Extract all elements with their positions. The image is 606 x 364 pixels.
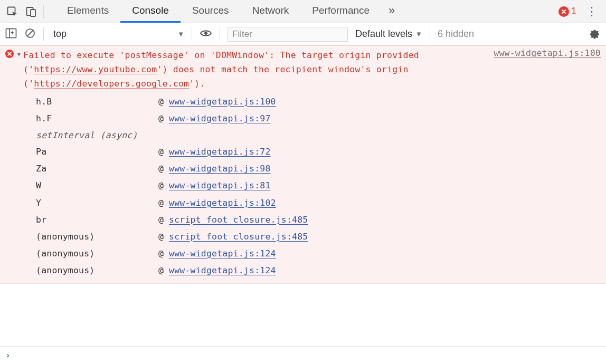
tabs-overflow-button[interactable]: »	[381, 0, 402, 23]
error-count-badge[interactable]: 1	[558, 6, 576, 17]
stack-source-link[interactable]: www-widgetapi.js:100	[169, 93, 601, 110]
stack-function: (anonymous)	[36, 262, 158, 279]
stack-at: @	[158, 228, 169, 245]
toggle-console-sidebar-icon[interactable]	[5, 28, 17, 41]
stack-source-link[interactable]: www-widgetapi.js:98	[169, 160, 601, 177]
stack-source-link[interactable]: www-widgetapi.js:124	[169, 262, 601, 279]
stack-function: Pa	[36, 143, 158, 160]
console-output: ▼ Failed to execute 'postMessage' on 'DO…	[0, 45, 606, 346]
stack-function: (anonymous)	[36, 245, 158, 262]
tab-network[interactable]: Network	[241, 0, 301, 23]
stack-function: (anonymous)	[36, 228, 158, 245]
stack-source-link[interactable]: script_foot_closure.js:485	[169, 228, 601, 245]
stack-at: @	[158, 245, 169, 262]
stack-frame: h.B@www-widgetapi.js:100	[36, 93, 601, 110]
stack-frame: W@www-widgetapi.js:81	[36, 177, 601, 194]
tab-performance[interactable]: Performance	[300, 0, 381, 23]
stack-frame: Pa@www-widgetapi.js:72	[36, 143, 601, 160]
stack-function: h.B	[36, 93, 158, 110]
stack-function: h.F	[36, 110, 158, 127]
chevron-down-icon: ▼	[415, 30, 422, 38]
error-count: 1	[571, 6, 576, 17]
separator	[43, 27, 44, 41]
stack-source-link[interactable]: www-widgetapi.js:81	[169, 177, 601, 194]
tab-label: Sources	[192, 5, 229, 16]
stack-trace: h.B@www-widgetapi.js:100h.F@www-widgetap…	[5, 91, 601, 280]
async-boundary-label: setInterval (async)	[36, 127, 601, 143]
separator	[43, 5, 44, 18]
error-icon	[558, 6, 569, 17]
tab-sources[interactable]: Sources	[181, 0, 241, 23]
stack-function: Za	[36, 160, 158, 177]
stack-function: Y	[36, 195, 158, 212]
log-levels-select[interactable]: Default levels ▼	[355, 28, 422, 40]
stack-source-link[interactable]: www-widgetapi.js:102	[169, 195, 601, 212]
tab-label: Elements	[67, 5, 109, 16]
stack-frame: br@script_foot_closure.js:485	[36, 212, 601, 228]
svg-rect-3	[6, 28, 16, 37]
stack-source-link[interactable]: www-widgetapi.js:72	[169, 143, 601, 160]
stack-frame: (anonymous)@www-widgetapi.js:124	[36, 245, 601, 262]
stack-source-link[interactable]: script_foot_closure.js:485	[169, 212, 601, 228]
tab-label: Network	[252, 5, 289, 16]
inspect-element-icon[interactable]	[4, 4, 20, 20]
msg-url: https://developers.google.com	[34, 79, 189, 89]
stack-at: @	[158, 195, 169, 212]
error-message: Failed to execute 'postMessage' on 'DOMW…	[21, 48, 485, 91]
stack-at: @	[158, 177, 169, 194]
svg-point-5	[204, 32, 207, 35]
tab-label: Console	[132, 5, 169, 16]
tabs-right-cluster: 1 ⋮	[558, 5, 602, 18]
stack-frame: Y@www-widgetapi.js:102	[36, 195, 601, 212]
tab-console[interactable]: Console	[120, 0, 181, 23]
stack-at: @	[158, 262, 169, 279]
tab-label: Performance	[312, 5, 370, 16]
device-toolbar-icon[interactable]	[23, 4, 39, 20]
hidden-messages-count[interactable]: 6 hidden	[438, 28, 474, 40]
stack-frame: Za@www-widgetapi.js:98	[36, 160, 601, 177]
devtools-tabs: Elements Console Sources Network Perform…	[55, 0, 402, 23]
msg-part: ').	[189, 79, 205, 89]
separator	[192, 27, 192, 41]
stack-at: @	[158, 110, 169, 127]
msg-url: https://www.youtube.com	[34, 64, 157, 74]
chevron-down-icon: ▼	[177, 30, 184, 38]
more-menu-icon[interactable]: ⋮	[582, 5, 602, 18]
stack-at: @	[158, 93, 169, 110]
source-link[interactable]: www-widgetapi.js:100	[494, 48, 601, 58]
stack-at: @	[158, 143, 169, 160]
levels-label: Default levels	[355, 28, 412, 40]
stack-at: @	[158, 160, 169, 177]
separator	[430, 27, 430, 41]
clear-console-icon[interactable]	[24, 27, 36, 41]
stack-function: br	[36, 212, 158, 228]
console-toolbar: top ▼ Default levels ▼ 6 hidden	[0, 23, 606, 45]
svg-rect-2	[31, 9, 35, 16]
stack-frame: h.F@www-widgetapi.js:97	[36, 110, 601, 127]
stack-function: W	[36, 177, 158, 194]
live-expression-icon[interactable]	[200, 29, 212, 40]
separator	[220, 27, 220, 41]
stack-at: @	[158, 212, 169, 228]
stack-frame: (anonymous)@script_foot_closure.js:485	[36, 228, 601, 245]
overflow-glyph: »	[389, 4, 395, 17]
context-label: top	[53, 28, 67, 40]
prompt-chevron-icon: ›	[5, 350, 11, 360]
console-settings-icon[interactable]	[589, 27, 601, 41]
console-prompt[interactable]: ›	[0, 346, 606, 364]
stack-frame: (anonymous)@www-widgetapi.js:124	[36, 262, 601, 279]
entry-gutter: ▼	[5, 48, 21, 58]
stack-source-link[interactable]: www-widgetapi.js:97	[169, 110, 601, 127]
error-icon	[5, 50, 14, 58]
tab-elements[interactable]: Elements	[55, 0, 120, 23]
console-error-entry: ▼ Failed to execute 'postMessage' on 'DO…	[0, 45, 606, 284]
devtools-tabs-bar: Elements Console Sources Network Perform…	[0, 0, 606, 23]
stack-source-link[interactable]: www-widgetapi.js:124	[169, 245, 601, 262]
execution-context-select[interactable]: top ▼	[51, 27, 184, 42]
filter-input[interactable]	[228, 27, 348, 42]
